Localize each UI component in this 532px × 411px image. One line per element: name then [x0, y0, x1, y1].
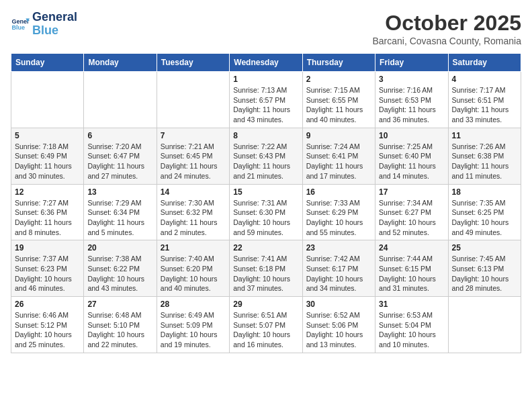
- day-info: Sunrise: 7:29 AM Sunset: 6:34 PM Dayligh…: [87, 198, 152, 238]
- calendar-cell: [448, 297, 521, 353]
- calendar-cell: 4Sunrise: 7:17 AM Sunset: 6:51 PM Daylig…: [448, 72, 521, 128]
- day-number: 19: [15, 243, 80, 253]
- day-info: Sunrise: 7:44 AM Sunset: 6:15 PM Dayligh…: [379, 254, 444, 293]
- weekday-header-saturday: Saturday: [448, 54, 521, 72]
- day-info: Sunrise: 7:41 AM Sunset: 6:18 PM Dayligh…: [233, 254, 298, 293]
- calendar-cell: 26Sunrise: 6:46 AM Sunset: 5:12 PM Dayli…: [11, 297, 84, 353]
- calendar-cell: 20Sunrise: 7:38 AM Sunset: 6:22 PM Dayli…: [84, 240, 157, 297]
- weekday-header-friday: Friday: [375, 54, 448, 72]
- day-info: Sunrise: 6:49 AM Sunset: 5:09 PM Dayligh…: [161, 310, 226, 350]
- day-number: 3: [379, 75, 444, 84]
- day-number: 27: [87, 300, 152, 309]
- calendar-cell: 11Sunrise: 7:26 AM Sunset: 6:38 PM Dayli…: [448, 128, 521, 184]
- day-number: 26: [15, 300, 80, 309]
- day-info: Sunrise: 6:51 AM Sunset: 5:07 PM Dayligh…: [233, 310, 298, 350]
- day-info: Sunrise: 7:35 AM Sunset: 6:25 PM Dayligh…: [452, 198, 517, 238]
- calendar-cell: 5Sunrise: 7:18 AM Sunset: 6:49 PM Daylig…: [11, 128, 84, 184]
- day-number: 12: [15, 187, 80, 197]
- day-info: Sunrise: 6:53 AM Sunset: 5:04 PM Dayligh…: [379, 310, 444, 350]
- day-info: Sunrise: 7:34 AM Sunset: 6:27 PM Dayligh…: [379, 198, 444, 238]
- calendar-cell: 24Sunrise: 7:44 AM Sunset: 6:15 PM Dayli…: [375, 240, 448, 297]
- day-info: Sunrise: 7:42 AM Sunset: 6:17 PM Dayligh…: [306, 254, 371, 293]
- weekday-header-row: SundayMondayTuesdayWednesdayThursdayFrid…: [11, 54, 521, 72]
- calendar-table: SundayMondayTuesdayWednesdayThursdayFrid…: [11, 53, 521, 353]
- week-row-4: 19Sunrise: 7:37 AM Sunset: 6:23 PM Dayli…: [11, 240, 521, 297]
- day-number: 14: [161, 187, 226, 197]
- location-subtitle: Barcani, Covasna County, Romania: [372, 36, 521, 46]
- day-number: 6: [87, 131, 152, 140]
- calendar-cell: 1Sunrise: 7:13 AM Sunset: 6:57 PM Daylig…: [230, 72, 302, 128]
- logo-text: General Blue: [32, 11, 77, 38]
- calendar-cell: 9Sunrise: 7:24 AM Sunset: 6:41 PM Daylig…: [302, 128, 375, 184]
- logo: General Blue General Blue: [11, 11, 77, 38]
- day-info: Sunrise: 7:21 AM Sunset: 6:45 PM Dayligh…: [161, 142, 226, 181]
- day-number: 9: [306, 131, 371, 140]
- day-info: Sunrise: 7:15 AM Sunset: 6:55 PM Dayligh…: [306, 85, 371, 125]
- day-info: Sunrise: 7:37 AM Sunset: 6:23 PM Dayligh…: [15, 254, 80, 293]
- day-number: 13: [87, 187, 152, 197]
- calendar-cell: 18Sunrise: 7:35 AM Sunset: 6:25 PM Dayli…: [448, 184, 521, 240]
- weekday-header-wednesday: Wednesday: [230, 54, 302, 72]
- day-info: Sunrise: 7:16 AM Sunset: 6:53 PM Dayligh…: [379, 85, 444, 125]
- day-number: 24: [379, 243, 444, 253]
- day-info: Sunrise: 7:20 AM Sunset: 6:47 PM Dayligh…: [87, 142, 152, 181]
- day-info: Sunrise: 7:30 AM Sunset: 6:32 PM Dayligh…: [161, 198, 226, 238]
- day-info: Sunrise: 6:52 AM Sunset: 5:06 PM Dayligh…: [306, 310, 371, 350]
- calendar-cell: 15Sunrise: 7:31 AM Sunset: 6:30 PM Dayli…: [230, 184, 302, 240]
- day-info: Sunrise: 6:48 AM Sunset: 5:10 PM Dayligh…: [87, 310, 152, 350]
- day-number: 17: [379, 187, 444, 197]
- day-number: 30: [306, 300, 371, 309]
- calendar-cell: 6Sunrise: 7:20 AM Sunset: 6:47 PM Daylig…: [84, 128, 157, 184]
- title-block: October 2025 Barcani, Covasna County, Ro…: [372, 11, 521, 46]
- day-number: 23: [306, 243, 371, 253]
- day-number: 1: [233, 75, 298, 84]
- day-info: Sunrise: 7:22 AM Sunset: 6:43 PM Dayligh…: [233, 142, 298, 181]
- calendar-cell: 28Sunrise: 6:49 AM Sunset: 5:09 PM Dayli…: [157, 297, 229, 353]
- calendar-cell: 22Sunrise: 7:41 AM Sunset: 6:18 PM Dayli…: [230, 240, 302, 297]
- day-info: Sunrise: 7:33 AM Sunset: 6:29 PM Dayligh…: [306, 198, 371, 238]
- day-number: 22: [233, 243, 298, 253]
- day-info: Sunrise: 7:26 AM Sunset: 6:38 PM Dayligh…: [452, 142, 517, 181]
- day-info: Sunrise: 6:46 AM Sunset: 5:12 PM Dayligh…: [15, 310, 80, 350]
- day-number: 25: [452, 243, 517, 253]
- day-number: 11: [452, 131, 517, 140]
- page-header: General Blue General Blue October 2025 B…: [11, 11, 521, 46]
- calendar-cell: 10Sunrise: 7:25 AM Sunset: 6:40 PM Dayli…: [375, 128, 448, 184]
- weekday-header-tuesday: Tuesday: [157, 54, 229, 72]
- calendar-cell: 8Sunrise: 7:22 AM Sunset: 6:43 PM Daylig…: [230, 128, 302, 184]
- day-number: 20: [87, 243, 152, 253]
- day-info: Sunrise: 7:31 AM Sunset: 6:30 PM Dayligh…: [233, 198, 298, 238]
- calendar-cell: 19Sunrise: 7:37 AM Sunset: 6:23 PM Dayli…: [11, 240, 84, 297]
- calendar-cell: 23Sunrise: 7:42 AM Sunset: 6:17 PM Dayli…: [302, 240, 375, 297]
- calendar-cell: [84, 72, 157, 128]
- month-title: October 2025: [372, 11, 521, 36]
- calendar-cell: 13Sunrise: 7:29 AM Sunset: 6:34 PM Dayli…: [84, 184, 157, 240]
- day-number: 18: [452, 187, 517, 197]
- calendar-cell: 12Sunrise: 7:27 AM Sunset: 6:36 PM Dayli…: [11, 184, 84, 240]
- svg-text:Blue: Blue: [11, 24, 25, 31]
- day-number: 21: [161, 243, 226, 253]
- week-row-5: 26Sunrise: 6:46 AM Sunset: 5:12 PM Dayli…: [11, 297, 521, 353]
- day-info: Sunrise: 7:13 AM Sunset: 6:57 PM Dayligh…: [233, 85, 298, 125]
- logo-icon: General Blue: [11, 15, 30, 34]
- calendar-cell: 3Sunrise: 7:16 AM Sunset: 6:53 PM Daylig…: [375, 72, 448, 128]
- day-info: Sunrise: 7:40 AM Sunset: 6:20 PM Dayligh…: [161, 254, 226, 293]
- day-number: 16: [306, 187, 371, 197]
- weekday-header-monday: Monday: [84, 54, 157, 72]
- calendar-cell: 27Sunrise: 6:48 AM Sunset: 5:10 PM Dayli…: [84, 297, 157, 353]
- weekday-header-thursday: Thursday: [302, 54, 375, 72]
- calendar-cell: 21Sunrise: 7:40 AM Sunset: 6:20 PM Dayli…: [157, 240, 229, 297]
- day-number: 4: [452, 75, 517, 84]
- weekday-header-sunday: Sunday: [11, 54, 84, 72]
- day-info: Sunrise: 7:17 AM Sunset: 6:51 PM Dayligh…: [452, 85, 517, 125]
- calendar-cell: 14Sunrise: 7:30 AM Sunset: 6:32 PM Dayli…: [157, 184, 229, 240]
- day-number: 29: [233, 300, 298, 309]
- day-number: 2: [306, 75, 371, 84]
- day-number: 10: [379, 131, 444, 140]
- day-info: Sunrise: 7:24 AM Sunset: 6:41 PM Dayligh…: [306, 142, 371, 181]
- calendar-cell: [11, 72, 84, 128]
- calendar-cell: 30Sunrise: 6:52 AM Sunset: 5:06 PM Dayli…: [302, 297, 375, 353]
- day-info: Sunrise: 7:45 AM Sunset: 6:13 PM Dayligh…: [452, 254, 517, 293]
- day-info: Sunrise: 7:27 AM Sunset: 6:36 PM Dayligh…: [15, 198, 80, 238]
- day-number: 28: [161, 300, 226, 309]
